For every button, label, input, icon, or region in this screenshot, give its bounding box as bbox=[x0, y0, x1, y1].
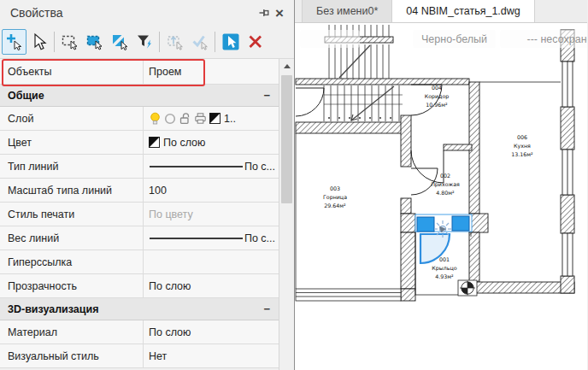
layer-freeze-icon[interactable] bbox=[164, 113, 176, 125]
linetype-scale-value[interactable]: 100 bbox=[149, 185, 167, 197]
linetype-value[interactable]: По с... bbox=[244, 161, 275, 173]
panel-title: Свойства bbox=[10, 6, 256, 20]
color-swatch bbox=[149, 137, 160, 148]
color-value[interactable]: По слою bbox=[163, 137, 205, 149]
room-label-004: 004Коридор10.96м² bbox=[425, 85, 450, 108]
lineweight-sample bbox=[150, 238, 243, 239]
tab-unnamed-document[interactable]: Без имени0* bbox=[302, 0, 392, 22]
visual-style-value[interactable]: Нет bbox=[149, 350, 167, 362]
named-view-button[interactable]: --- несохране bbox=[500, 30, 587, 48]
toolbar-separator bbox=[159, 32, 160, 52]
lineweight-value[interactable]: По с... bbox=[244, 232, 275, 244]
grip-left[interactable] bbox=[417, 217, 434, 232]
view-control-button[interactable] bbox=[300, 30, 360, 48]
property-row-objects[interactable]: Объекты Проем bbox=[0, 59, 279, 85]
room-label-002: 002Прихожая4.80м² bbox=[431, 173, 460, 196]
collapse-icon[interactable]: − bbox=[263, 89, 270, 102]
invert-selection-button[interactable] bbox=[107, 29, 132, 55]
level-marker-symbol bbox=[458, 280, 477, 296]
layer-unlock-icon[interactable] bbox=[179, 112, 191, 125]
properties-title-bar: Свойства × bbox=[0, 0, 294, 26]
room-label-006: 006Кухня13.16м² bbox=[511, 134, 533, 157]
drawing-area: Без имени0* 04 NBIM_статья_1.dwg Черно-б… bbox=[295, 0, 587, 370]
add-to-selection-button[interactable] bbox=[2, 29, 26, 55]
toolbar-separator bbox=[54, 32, 55, 52]
property-row-linetype[interactable]: Тип линий По с... bbox=[0, 155, 279, 179]
material-value[interactable]: По слою bbox=[149, 326, 191, 338]
property-grid: Объекты Проем Общие − Слой 1.. bbox=[0, 58, 294, 370]
floor-plan-drawing[interactable]: 003Горница29.64м² 004Коридор10.96м² 002П… bbox=[295, 23, 587, 370]
property-row-linetype-scale[interactable]: Масштаб типа линий 100 bbox=[0, 179, 279, 203]
room-label-003: 003Горница29.64м² bbox=[323, 185, 347, 208]
crossing-select-button[interactable] bbox=[82, 29, 107, 55]
sun-direction-grip[interactable] bbox=[434, 220, 451, 238]
display-mode-button[interactable]: Черно-белый bbox=[413, 30, 496, 48]
transparency-value[interactable]: По слою bbox=[149, 280, 191, 292]
panel-scrollbar[interactable] bbox=[279, 59, 294, 370]
highlight-selection-button[interactable] bbox=[218, 29, 243, 55]
application-window: Свойства × bbox=[0, 0, 588, 370]
pin-icon[interactable] bbox=[256, 5, 272, 21]
close-icon[interactable]: × bbox=[272, 5, 287, 21]
collapse-icon[interactable]: − bbox=[263, 302, 270, 315]
plot-style-value: По цвету bbox=[149, 208, 193, 220]
apply-selection-button[interactable] bbox=[187, 29, 212, 55]
property-row-color[interactable]: Цвет По слою bbox=[0, 131, 279, 155]
doors bbox=[296, 85, 444, 195]
section-general[interactable]: Общие − bbox=[0, 85, 279, 107]
select-previous-button[interactable] bbox=[162, 29, 187, 55]
property-row-hyperlink[interactable]: Гиперссылка bbox=[0, 250, 279, 274]
quick-filter-button[interactable] bbox=[132, 29, 156, 55]
clear-selection-button[interactable] bbox=[243, 29, 268, 55]
property-row-layer[interactable]: Слой 1.. bbox=[0, 107, 279, 131]
layer-color-swatch[interactable] bbox=[209, 113, 220, 124]
linetype-sample bbox=[150, 166, 243, 167]
property-row-lineweight[interactable]: Вес линий По с... bbox=[0, 226, 279, 250]
scrollbar-up-arrow[interactable] bbox=[279, 59, 294, 73]
properties-panel: Свойства × bbox=[0, 0, 295, 370]
document-tab-bar: Без имени0* 04 NBIM_статья_1.dwg bbox=[295, 0, 587, 23]
objects-value: Проем bbox=[149, 66, 181, 78]
window-right-wall bbox=[562, 62, 573, 276]
window-select-button[interactable] bbox=[57, 29, 82, 55]
toolbar-separator bbox=[215, 32, 215, 52]
window-bottom-band bbox=[296, 289, 401, 301]
property-row-material[interactable]: Материал По слою bbox=[0, 320, 279, 344]
tab-active-document[interactable]: 04 NBIM_статья_1.dwg bbox=[392, 0, 534, 22]
select-cursor-button[interactable] bbox=[26, 29, 51, 55]
grip-right[interactable] bbox=[452, 216, 469, 231]
property-row-visual-style[interactable]: Визуальный стиль Нет bbox=[0, 344, 279, 368]
layer-on-bulb-icon[interactable] bbox=[149, 112, 162, 126]
layer-plot-icon[interactable] bbox=[194, 112, 207, 125]
property-row-plot-style[interactable]: Стиль печати По цвету bbox=[0, 203, 279, 226]
model-canvas[interactable]: Черно-белый --- несохране bbox=[295, 23, 587, 370]
section-3d-visualization[interactable]: 3D-визуализация − bbox=[0, 298, 279, 320]
selection-toolbar bbox=[0, 26, 294, 58]
layer-value[interactable]: 1.. bbox=[224, 113, 236, 125]
scrollbar-thumb[interactable] bbox=[281, 75, 292, 203]
property-row-transparency[interactable]: Прозрачность По слою bbox=[0, 274, 279, 298]
